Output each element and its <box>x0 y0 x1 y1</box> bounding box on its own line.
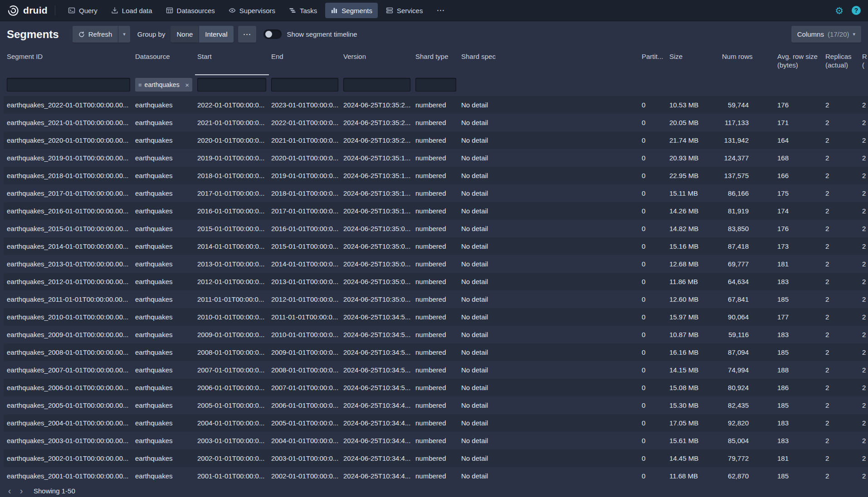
column-header-start[interactable]: Start <box>195 48 269 75</box>
cell-replicas: 2 <box>823 220 860 237</box>
table-row[interactable]: earthquakes_2009-01-01T00:00:00.00...ear… <box>0 326 868 343</box>
cell-version: 2024-06-25T10:34:4... <box>341 467 413 485</box>
table-row[interactable]: earthquakes_2014-01-01T00:00:00.00...ear… <box>0 237 868 255</box>
segments-icon <box>331 7 338 14</box>
nav-item-segments[interactable]: Segments <box>325 3 378 18</box>
cell-num_rows: 62,870 <box>720 467 775 485</box>
group-by-interval-button[interactable]: Interval <box>199 26 233 43</box>
table-row[interactable]: earthquakes_2022-01-01T00:00:00.00...ear… <box>0 96 868 114</box>
filter-input-segment-id[interactable] <box>7 78 130 92</box>
cell-end: 2011-01-01T00:00:0... <box>269 308 341 326</box>
nav-item-tasks[interactable]: Tasks <box>283 3 322 18</box>
refresh-dropdown-button[interactable]: ▾ <box>118 26 130 43</box>
column-header-replicas[interactable]: Replicas(actual) <box>823 48 860 75</box>
nav-item-datasources[interactable]: Datasources <box>161 3 220 18</box>
table-row[interactable]: earthquakes_2005-01-01T00:00:00.00...ear… <box>0 396 868 414</box>
next-page-button[interactable]: › <box>15 485 27 496</box>
cell-size: 10.87 MB <box>667 326 720 343</box>
nav-item-services[interactable]: Services <box>380 3 429 18</box>
cell-shard_type: numbered <box>413 290 459 308</box>
columns-button[interactable]: Columns (17/20) ▾ <box>791 26 861 43</box>
table-row[interactable]: earthquakes_2004-01-01T00:00:00.00...ear… <box>0 414 868 432</box>
table-row[interactable]: earthquakes_2002-01-01T00:00:00.00...ear… <box>0 449 868 467</box>
cell-partition: 0 <box>639 184 667 202</box>
cell-end: 2012-01-01T00:00:0... <box>269 290 341 308</box>
cell-num_rows: 74,994 <box>720 361 775 379</box>
table-row[interactable]: earthquakes_2010-01-01T00:00:00.00...ear… <box>0 308 868 326</box>
cell-datasource: earthquakes <box>133 361 195 379</box>
cell-datasource: earthquakes <box>133 343 195 361</box>
cell-num_rows: 86,166 <box>720 184 775 202</box>
datasource-filter-tag[interactable]: ≡ earthquakes × <box>135 78 192 92</box>
filter-input-end[interactable] <box>271 78 338 92</box>
table-row[interactable]: earthquakes_2012-01-01T00:00:00.00...ear… <box>0 273 868 290</box>
table-row[interactable]: earthquakes_2020-01-01T00:00:00.00...ear… <box>0 131 868 149</box>
table-row[interactable]: earthquakes_2001-01-01T00:00:00.00...ear… <box>0 467 868 485</box>
cell-start: 2012-01-01T00:00:0... <box>195 273 269 290</box>
table-row[interactable]: earthquakes_2003-01-01T00:00:00.00...ear… <box>0 432 868 449</box>
cell-version: 2024-06-25T10:34:4... <box>341 414 413 432</box>
settings-gear-icon[interactable]: ⚙ <box>835 6 844 15</box>
prev-page-button[interactable]: ‹ <box>4 485 15 496</box>
column-header-num_rows[interactable]: Num rows <box>720 48 775 75</box>
column-header-end[interactable]: End <box>269 48 341 75</box>
column-header-size[interactable]: Size <box>667 48 720 75</box>
table-row[interactable]: earthquakes_2018-01-01T00:00:00.00...ear… <box>0 167 868 184</box>
toolbar-more-button[interactable]: ⋯ <box>238 26 256 43</box>
column-header-version[interactable]: Version <box>341 48 413 75</box>
cell-replicated: 2 <box>860 149 868 167</box>
filter-input-version[interactable] <box>343 78 410 92</box>
cell-replicas: 2 <box>823 396 860 414</box>
cell-segment_id: earthquakes_2004-01-01T00:00:00.00... <box>0 414 133 432</box>
table-row[interactable]: earthquakes_2008-01-01T00:00:00.00...ear… <box>0 343 868 361</box>
column-header-segment_id[interactable]: Segment ID <box>0 48 133 75</box>
table-row[interactable]: earthquakes_2011-01-01T00:00:00.00...ear… <box>0 290 868 308</box>
nav-item-query[interactable]: Query <box>63 3 103 18</box>
cell-datasource: earthquakes <box>133 255 195 273</box>
filter-icon: ≡ <box>138 82 142 88</box>
cell-shard_spec: No detail <box>459 255 639 273</box>
nav-more-button[interactable]: ⋯ <box>431 3 450 18</box>
column-header-partition[interactable]: Partit... <box>639 48 667 75</box>
help-icon[interactable]: ? <box>852 6 861 15</box>
filter-input-start[interactable] <box>197 78 266 92</box>
table-row[interactable]: earthquakes_2017-01-01T00:00:00.00...ear… <box>0 184 868 202</box>
column-header-avg_row_size[interactable]: Avg. row size(bytes) <box>775 48 823 75</box>
filter-input-shard-type[interactable] <box>415 78 456 92</box>
table-row[interactable]: earthquakes_2013-01-01T00:00:00.00...ear… <box>0 255 868 273</box>
cell-shard_type: numbered <box>413 343 459 361</box>
table-row[interactable]: earthquakes_2016-01-01T00:00:00.00...ear… <box>0 202 868 220</box>
cell-replicas: 2 <box>823 273 860 290</box>
column-header-shard_type[interactable]: Shard type <box>413 48 459 75</box>
cell-num_rows: 59,744 <box>720 96 775 114</box>
nav-item-load-data[interactable]: Load data <box>106 3 158 18</box>
cell-shard_type: numbered <box>413 184 459 202</box>
segment-timeline-toggle[interactable] <box>263 29 282 39</box>
table-row[interactable]: earthquakes_2006-01-01T00:00:00.00...ear… <box>0 379 868 396</box>
remove-filter-icon[interactable]: × <box>185 81 189 89</box>
cell-partition: 0 <box>639 96 667 114</box>
column-sublabel: ( <box>862 61 866 69</box>
column-header-datasource[interactable]: Datasource <box>133 48 195 75</box>
nav-item-supervisors[interactable]: Supervisors <box>223 3 281 18</box>
brand[interactable]: druid <box>7 5 48 16</box>
column-header-shard_spec[interactable]: Shard spec <box>459 48 639 75</box>
table-row[interactable]: earthquakes_2021-01-01T00:00:00.00...ear… <box>0 114 868 131</box>
refresh-button[interactable]: Refresh <box>73 26 118 43</box>
cell-end: 2015-01-01T00:00:0... <box>269 237 341 255</box>
group-by-none-button[interactable]: None <box>171 26 199 43</box>
cell-shard_spec: No detail <box>459 467 639 485</box>
filter-cell-version <box>341 75 413 96</box>
table-row[interactable]: earthquakes_2019-01-01T00:00:00.00...ear… <box>0 149 868 167</box>
table-row[interactable]: earthquakes_2007-01-01T00:00:00.00...ear… <box>0 361 868 379</box>
table-row[interactable]: earthquakes_2015-01-01T00:00:00.00...ear… <box>0 220 868 237</box>
cell-replicas: 2 <box>823 449 860 467</box>
cell-datasource: earthquakes <box>133 149 195 167</box>
cell-num_rows: 67,841 <box>720 290 775 308</box>
column-header-replicated[interactable]: R( <box>860 48 868 75</box>
cell-segment_id: earthquakes_2006-01-01T00:00:00.00... <box>0 379 133 396</box>
cell-datasource: earthquakes <box>133 326 195 343</box>
refresh-icon <box>78 31 85 38</box>
cell-start: 2014-01-01T00:00:0... <box>195 237 269 255</box>
cell-segment_id: earthquakes_2017-01-01T00:00:00.00... <box>0 184 133 202</box>
